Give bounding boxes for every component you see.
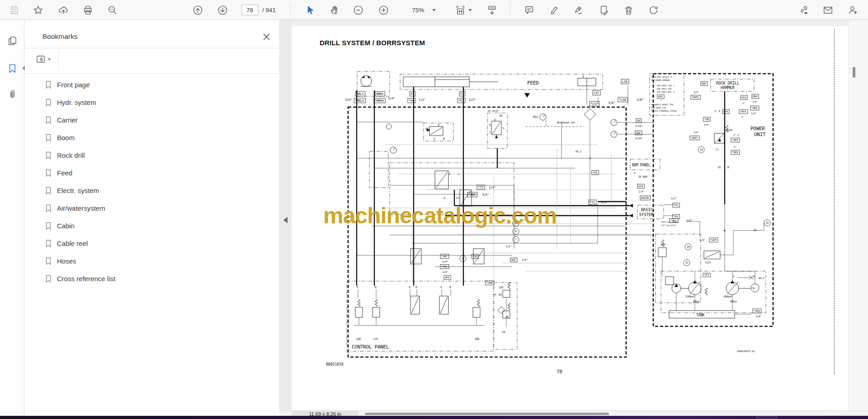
svg-text:*RBP: *RBP [468, 193, 476, 197]
previous-page-button[interactable] [191, 4, 204, 16]
sidebar-item-air-watersystem[interactable]: Air/watersystem [24, 199, 279, 217]
save-button[interactable] [8, 4, 20, 16]
bookmarks-panel-button[interactable] [6, 62, 19, 75]
envelope-icon [823, 5, 833, 15]
svg-text:1": 1" [741, 116, 744, 118]
attachments-button[interactable] [6, 88, 19, 100]
svg-text:P: P [489, 123, 491, 127]
vertical-scrollbar[interactable] [848, 20, 868, 417]
sidebar-item-electr-system[interactable]: Electr. system [24, 182, 279, 199]
collapse-panel-arrow[interactable] [283, 217, 288, 223]
svg-text:FEED: FEED [527, 80, 538, 86]
email-button[interactable] [821, 4, 834, 16]
svg-text:D34: D34 [638, 184, 643, 188]
sidebar-item-hydr-system[interactable]: Hydr. system [24, 94, 279, 111]
svg-text:1/4": 1/4" [489, 186, 496, 189]
cursor-icon [305, 5, 316, 15]
fit-width-button[interactable] [454, 4, 467, 16]
svg-text:1/2": 1/2" [469, 98, 476, 102]
sidebar-item-rock-drill[interactable]: Rock drill [24, 146, 279, 164]
select-tool-button[interactable] [304, 4, 316, 16]
svg-text:*XRB: *XRB [486, 281, 493, 284]
redo-button[interactable] [647, 4, 660, 16]
vertical-scrollbar-thumb[interactable] [853, 67, 855, 78]
svg-text:BASIC: BASIC [641, 207, 653, 212]
search-button[interactable] [106, 4, 118, 16]
svg-text:1" E: 1" E [733, 134, 739, 137]
zoom-out-button[interactable] [352, 4, 364, 16]
svg-text:T: T [489, 131, 491, 134]
svg-text:1/4": 1/4" [704, 123, 709, 126]
svg-text:210: 210 [660, 243, 665, 246]
svg-text:POWER: POWER [750, 126, 765, 132]
svg-text:*T3: *T3 [478, 186, 483, 189]
bookmark-label: Air/watersystem [57, 204, 105, 212]
svg-text:3/4": 3/4" [601, 201, 608, 204]
print-button[interactable] [81, 4, 94, 16]
page-thumbnails-button[interactable] [6, 34, 19, 47]
svg-text:35 BAR: 35 BAR [638, 175, 648, 178]
page-scrolling-button[interactable] [486, 4, 498, 16]
bookmark-label: Cable reel [57, 240, 88, 247]
svg-text:B: B [449, 285, 451, 288]
svg-text:DIN 20022 1SN: C: DIN 20022 1SN: C [657, 85, 675, 87]
svg-text:AJ: AJ [456, 196, 459, 199]
page-number-input[interactable] [241, 5, 258, 15]
zoom-level-value[interactable]: 75% [408, 7, 429, 14]
document-pane[interactable]: DRILL SYSTEM / BORRSYSTEM [292, 20, 848, 410]
svg-text:X: X [754, 275, 755, 278]
svg-text:GH: GH [637, 119, 640, 122]
bookmark-label: Electr. system [57, 187, 99, 194]
hand-tool-button[interactable] [328, 4, 341, 16]
fit-width-caret-icon[interactable] [468, 9, 472, 11]
edit-pages-button[interactable] [597, 4, 610, 16]
star-button[interactable] [32, 4, 44, 16]
sidebar-item-front-page[interactable]: Front page [24, 76, 279, 94]
sidebar-item-cabin[interactable]: Cabin [24, 217, 279, 235]
svg-text:CONTROL PANEL: CONTROL PANEL [352, 344, 389, 350]
svg-text:34: 34 [687, 245, 690, 248]
svg-text:A: A [409, 285, 410, 288]
sidebar-item-hoses[interactable]: Hoses [24, 252, 279, 270]
sidebar-item-carrier[interactable]: Carrier [24, 111, 279, 129]
svg-text:B138: B138 [726, 128, 732, 132]
sidebar-item-feed[interactable]: Feed [24, 164, 279, 182]
horizontal-scrollbar-thumb[interactable] [365, 413, 609, 415]
svg-text:*XRE: *XRE [441, 265, 448, 268]
close-bookmarks-button[interactable] [261, 32, 271, 42]
bookmark-icon [45, 222, 52, 230]
delete-pages-button[interactable] [622, 4, 635, 16]
bookmark-options-button[interactable] [36, 53, 54, 65]
zoom-dropdown-caret-icon[interactable] [432, 9, 436, 11]
svg-text:280: 280 [475, 337, 480, 340]
highlight-button[interactable] [547, 4, 560, 16]
toolbar-divider [509, 4, 510, 16]
bookmark-label: Hydr. system [57, 99, 96, 106]
svg-text:*HDP5: *HDP5 [692, 96, 698, 99]
sidebar-item-boom[interactable]: Boom [24, 129, 279, 146]
sign-button[interactable] [572, 4, 585, 16]
svg-text:ø0,6: ø0,6 [759, 277, 764, 279]
comment-button[interactable] [523, 4, 535, 16]
share-upload-button[interactable] [57, 4, 70, 16]
zoom-in-button[interactable] [377, 4, 390, 16]
sidebar-item-cross-reference-list[interactable]: Cross reference list [24, 270, 279, 287]
sidebar-item-cable-reel[interactable]: Cable reel [24, 235, 279, 252]
svg-text:1/4": 1/4" [442, 260, 448, 263]
taskbar-edge [0, 416, 868, 419]
fit-width-icon [455, 5, 466, 15]
svg-text:A: A [440, 285, 442, 288]
share-link-button[interactable] [797, 4, 810, 16]
svg-text:SYSTEM: SYSTEM [639, 212, 654, 217]
svg-text:XF6: XF6 [445, 276, 450, 279]
close-icon [263, 33, 270, 40]
acrobat-window: / 941 75% [0, 0, 868, 419]
share-with-people-button[interactable] [846, 4, 859, 16]
svg-text:*F7: *F7 [458, 99, 464, 103]
bookmark-icon [7, 63, 18, 74]
svg-text:40: 40 [505, 315, 509, 318]
next-page-button[interactable] [216, 4, 229, 16]
pdf-page: DRILL SYSTEM / BORRSYSTEM [292, 26, 848, 410]
svg-text:*XP1: *XP1 [704, 273, 709, 276]
toolbar-divider [290, 4, 291, 16]
